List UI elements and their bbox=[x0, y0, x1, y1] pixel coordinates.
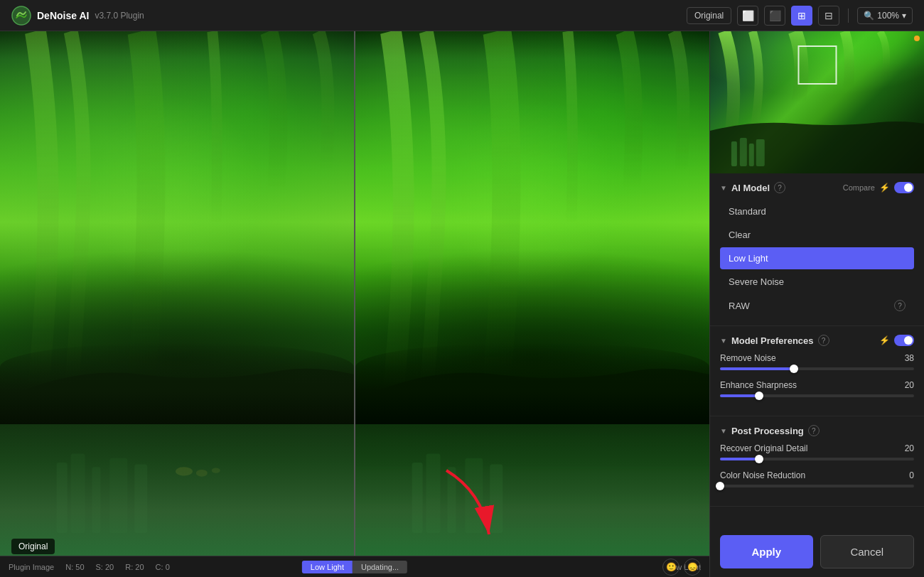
status-center: Low Light Updating... bbox=[302, 561, 407, 573]
model-standard[interactable]: Standard bbox=[720, 200, 914, 222]
enhance-sharpness-slider-row: Enhance Sharpness 20 bbox=[720, 380, 914, 397]
recover-detail-fill bbox=[720, 458, 759, 460]
lightning-icon: ⚡ bbox=[879, 183, 890, 193]
app-logo-icon bbox=[11, 6, 31, 26]
ai-model-toggle[interactable] bbox=[894, 182, 914, 193]
bottom-bar: Apply Cancel bbox=[710, 527, 924, 577]
zoom-icon: 🔍 bbox=[864, 11, 874, 21]
post-processing-header: ▼ Post Processing ? bbox=[720, 425, 914, 436]
ai-model-help-icon[interactable]: ? bbox=[774, 182, 785, 193]
thumbs-down-btn[interactable]: 😞 bbox=[684, 559, 701, 576]
recover-detail-thumb[interactable] bbox=[755, 455, 763, 463]
logo: DeNoise AI v3.7.0 Plugin bbox=[11, 6, 144, 26]
ai-model-actions: Compare ⚡ bbox=[843, 182, 914, 193]
model-severe-noise[interactable]: Severe Noise bbox=[720, 271, 914, 293]
remove-noise-value: 38 bbox=[894, 353, 914, 363]
zoom-control[interactable]: 🔍 100% ▾ bbox=[857, 7, 913, 24]
main-area: Original bbox=[0, 31, 924, 577]
r-stat: R: 20 bbox=[125, 563, 144, 571]
model-low-light[interactable]: Low Light bbox=[720, 247, 914, 269]
post-processing-title: Post Processing bbox=[731, 426, 804, 436]
compare-label: Compare bbox=[843, 183, 875, 192]
remove-noise-fill bbox=[720, 367, 794, 370]
canvas-area: Original bbox=[0, 31, 709, 577]
thumbnail-preview bbox=[710, 31, 924, 173]
ai-model-title: AI Model bbox=[731, 183, 770, 193]
app-version: v3.7.0 Plugin bbox=[95, 11, 144, 21]
thumbnail-focus-box bbox=[797, 45, 837, 85]
post-processing-chevron-icon[interactable]: ▼ bbox=[720, 427, 727, 435]
color-noise-label: Color Noise Reduction bbox=[720, 470, 805, 480]
remove-noise-slider-row: Remove Noise 38 bbox=[720, 353, 914, 370]
enhance-sharpness-label: Enhance Sharpness bbox=[720, 380, 797, 390]
model-prefs-chevron-icon[interactable]: ▼ bbox=[720, 337, 727, 345]
color-noise-track[interactable] bbox=[720, 485, 914, 487]
header-controls: Original ⬜ ⬛ ⊞ ⊟ 🔍 100% ▾ bbox=[687, 6, 913, 26]
ai-model-chevron-icon[interactable]: ▼ bbox=[720, 184, 727, 192]
color-noise-value: 0 bbox=[894, 470, 914, 480]
feedback-buttons: 🙂 😞 bbox=[662, 559, 701, 576]
right-panel: ▼ AI Model ? Compare ⚡ Standard Clear Lo… bbox=[709, 31, 924, 577]
status-bar: Plugin Image N: 50 S: 20 R: 20 C: 0 Low … bbox=[0, 556, 709, 577]
enhance-sharpness-fill bbox=[720, 394, 759, 397]
recover-detail-slider-row: Recover Original Detail 20 bbox=[720, 443, 914, 460]
c-stat: C: 0 bbox=[156, 563, 170, 571]
original-pane: Original bbox=[0, 31, 355, 577]
remove-noise-track[interactable] bbox=[720, 367, 914, 370]
zoom-chevron-icon: ▾ bbox=[902, 11, 906, 21]
apply-button[interactable]: Apply bbox=[720, 535, 813, 568]
model-raw[interactable]: RAW ? bbox=[720, 294, 914, 317]
model-prefs-lightning-icon: ⚡ bbox=[879, 335, 890, 345]
orange-indicator bbox=[914, 36, 920, 41]
color-noise-slider-row: Color Noise Reduction 0 bbox=[720, 470, 914, 487]
zoom-level: 100% bbox=[877, 11, 899, 21]
sidebyside-view-btn[interactable]: ⊞ bbox=[791, 6, 812, 26]
split-view: Original bbox=[0, 31, 709, 577]
post-processing-section: ▼ Post Processing ? Recover Original Det… bbox=[710, 416, 924, 507]
post-processing-help-icon[interactable]: ? bbox=[808, 425, 820, 436]
enhance-sharpness-value: 20 bbox=[894, 380, 914, 390]
svg-rect-20 bbox=[749, 144, 754, 166]
ai-model-section: ▼ AI Model ? Compare ⚡ Standard Clear Lo… bbox=[710, 173, 924, 326]
thumbs-up-btn[interactable]: 🙂 bbox=[662, 559, 679, 576]
remove-noise-thumb[interactable] bbox=[790, 365, 798, 373]
raw-help-icon[interactable]: ? bbox=[894, 300, 906, 311]
cancel-button[interactable]: Cancel bbox=[820, 535, 915, 568]
plugin-image-label: Plugin Image bbox=[9, 563, 54, 571]
original-view-btn[interactable]: Original bbox=[687, 7, 731, 24]
original-label: Original bbox=[11, 539, 55, 554]
header: DeNoise AI v3.7.0 Plugin Original ⬜ ⬛ ⊞ … bbox=[0, 0, 924, 31]
original-image: Original bbox=[0, 31, 354, 577]
recover-detail-track[interactable] bbox=[720, 458, 914, 460]
model-prefs-help-icon[interactable]: ? bbox=[818, 335, 829, 346]
svg-rect-19 bbox=[740, 138, 747, 166]
model-prefs-title: Model Preferences bbox=[731, 335, 814, 346]
color-noise-thumb[interactable] bbox=[716, 482, 724, 490]
recover-detail-value: 20 bbox=[894, 443, 914, 453]
updating-badge: Updating... bbox=[353, 561, 407, 573]
model-badge: Low Light bbox=[302, 561, 353, 573]
ai-model-header: ▼ AI Model ? Compare ⚡ bbox=[720, 182, 914, 193]
model-prefs-toggle[interactable] bbox=[894, 335, 914, 346]
grid-view-btn[interactable]: ⊟ bbox=[818, 6, 839, 26]
processed-pane bbox=[355, 31, 709, 577]
app-name: DeNoise AI bbox=[37, 10, 89, 21]
processed-image bbox=[355, 31, 709, 577]
remove-noise-label: Remove Noise bbox=[720, 353, 776, 363]
model-list: Standard Clear Low Light Severe Noise RA… bbox=[720, 200, 914, 317]
svg-rect-21 bbox=[756, 139, 765, 166]
recover-detail-label: Recover Original Detail bbox=[720, 443, 807, 453]
single-view-btn[interactable]: ⬜ bbox=[737, 6, 758, 26]
model-prefs-header: ▼ Model Preferences ? ⚡ bbox=[720, 335, 914, 346]
split-view-btn[interactable]: ⬛ bbox=[764, 6, 785, 26]
enhance-sharpness-thumb[interactable] bbox=[755, 392, 763, 400]
model-preferences-section: ▼ Model Preferences ? ⚡ Remove Noise 38 bbox=[710, 326, 924, 416]
model-prefs-actions: ⚡ bbox=[879, 335, 914, 346]
enhance-sharpness-track[interactable] bbox=[720, 394, 914, 397]
model-clear[interactable]: Clear bbox=[720, 224, 914, 246]
s-stat: S: 20 bbox=[96, 563, 114, 571]
n-stat: N: 50 bbox=[65, 563, 84, 571]
svg-rect-18 bbox=[731, 141, 737, 166]
